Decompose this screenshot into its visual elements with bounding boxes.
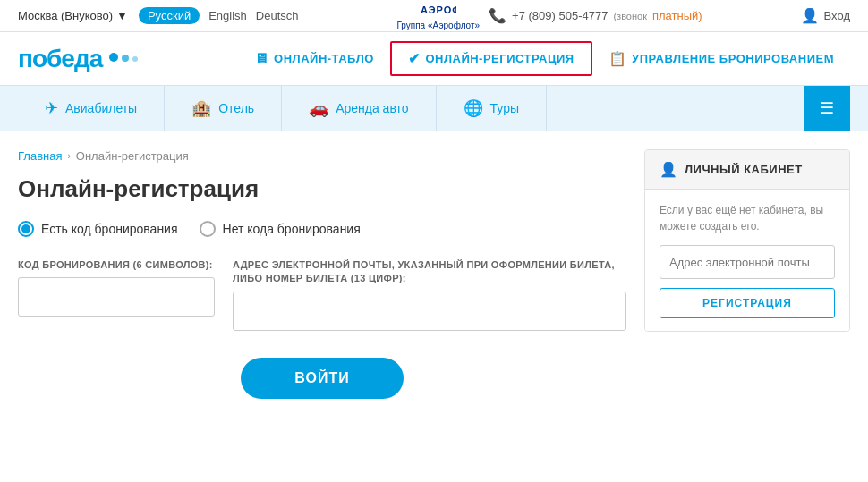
sidebar-card: 👤 ЛИЧНЫЙ КАБИНЕТ Если у вас ещё нет каби… [644, 149, 850, 332]
radio-group: Есть код бронирования Нет кода бронирова… [18, 221, 626, 237]
tours-icon: 🌐 [464, 98, 483, 118]
top-bar-center: АЭРОФЛОТ Группа «Аэрофлот» 📞 +7 (809) 50… [396, 1, 702, 30]
radio-without-label: Нет кода бронирования [223, 222, 361, 236]
top-bar: Москва (Внуково) ▼ Русский English Deuts… [0, 0, 868, 32]
nav-checkin-label: ОНЛАЙН-РЕГИСТРАЦИЯ [425, 52, 574, 65]
aeroflot-sub: Группа «Аэрофлот» [396, 21, 480, 30]
logo[interactable]: победа [18, 45, 138, 73]
breadcrumb: Главная › Онлайн-регистрация [18, 149, 626, 163]
booking-icon: 📋 [608, 50, 627, 67]
logo-text: победа [18, 45, 102, 73]
svg-text:АЭРОФЛОТ: АЭРОФЛОТ [421, 4, 456, 15]
login-button[interactable]: ВОЙТИ [241, 358, 403, 399]
header-nav: победа 🖥 ОНЛАЙН-ТАБЛО ✔ ОНЛАЙН-РЕГИСТРАЦ… [0, 32, 868, 86]
login-link[interactable]: 👤 Вход [801, 7, 850, 24]
radio-outer-without [200, 221, 216, 237]
phone-icon: 📞 [489, 7, 506, 24]
logo-dot-2 [122, 55, 129, 62]
email-input[interactable] [233, 292, 626, 331]
lang-russian[interactable]: Русский [139, 7, 200, 24]
page-title: Онлайн-регистрация [18, 175, 626, 203]
monitor-icon: 🖥 [254, 51, 269, 67]
breadcrumb-current: Онлайн-регистрация [76, 149, 189, 163]
sidebar: 👤 ЛИЧНЫЙ КАБИНЕТ Если у вас ещё нет каби… [644, 149, 850, 399]
phone-note: (звонок [613, 11, 647, 21]
flights-icon: ✈ [45, 98, 58, 118]
phone-section: 📞 +7 (809) 505-4777 (звонок платный) [489, 7, 702, 24]
breadcrumb-arrow: › [67, 151, 70, 161]
booking-code-input[interactable] [18, 277, 215, 317]
car-icon: 🚗 [309, 98, 328, 118]
lang-english[interactable]: English [208, 9, 247, 22]
hotel-icon: 🏨 [191, 98, 211, 118]
booking-code-group: КОД БРОНИРОВАНИЯ (6 СИМВОЛОВ): [18, 258, 215, 317]
form-row: КОД БРОНИРОВАНИЯ (6 СИМВОЛОВ): АДРЕС ЭЛЕ… [18, 258, 626, 331]
menu-icon: ☰ [820, 99, 834, 117]
menu-button[interactable]: ☰ [804, 86, 850, 131]
radio-outer-with [18, 221, 34, 237]
sidebar-card-header: 👤 ЛИЧНЫЙ КАБИНЕТ [645, 150, 849, 190]
nav-booking-label: УПРАВЛЕНИЕ БРОНИРОВАНИЕМ [632, 52, 834, 65]
radio-with-booking[interactable]: Есть код бронирования [18, 221, 178, 237]
tab-tours[interactable]: 🌐 Туры [437, 86, 547, 131]
radio-inner-with [21, 224, 30, 233]
city-arrow: ▼ [116, 9, 128, 22]
sidebar-register-button[interactable]: РЕГИСТРАЦИЯ [660, 288, 835, 318]
top-bar-left: Москва (Внуково) ▼ Русский English Deuts… [18, 7, 299, 24]
phone-link[interactable]: платный) [652, 9, 702, 22]
email-label: АДРЕС ЭЛЕКТРОННОЙ ПОЧТЫ, УКАЗАННЫЙ ПРИ О… [233, 258, 626, 286]
nav-board-link[interactable]: 🖥 ОНЛАЙН-ТАБЛО [238, 44, 390, 74]
tab-hotel-label: Отель [218, 101, 254, 115]
booking-code-label: КОД БРОНИРОВАНИЯ (6 СИМВОЛОВ): [18, 258, 215, 272]
nav-board-label: ОНЛАЙН-ТАБЛО [274, 52, 374, 65]
phone-number: +7 (809) 505-4777 [512, 9, 608, 22]
city-selector[interactable]: Москва (Внуково) ▼ [18, 9, 128, 22]
sidebar-email-input[interactable] [660, 245, 835, 279]
city-name: Москва (Внуково) [18, 9, 113, 22]
aeroflot-icon: АЭРОФЛОТ [421, 1, 456, 21]
tab-car-label: Аренда авто [336, 101, 408, 115]
sidebar-card-body: Если у вас ещё нет кабинета, вы можете с… [645, 190, 849, 331]
tab-hotel[interactable]: 🏨 Отель [165, 86, 282, 131]
nav-booking-link[interactable]: 📋 УПРАВЛЕНИЕ БРОНИРОВАНИЕМ [592, 43, 850, 74]
logo-dot-3 [132, 56, 138, 62]
radio-without-booking[interactable]: Нет кода бронирования [200, 221, 361, 237]
tab-car[interactable]: 🚗 Аренда авто [282, 86, 436, 131]
tab-flights-label: Авиабилеты [65, 101, 137, 115]
header-links: 🖥 ОНЛАЙН-ТАБЛО ✔ ОНЛАЙН-РЕГИСТРАЦИЯ 📋 УП… [238, 41, 850, 76]
login-text: Вход [824, 9, 850, 22]
tab-tours-label: Туры [490, 101, 519, 115]
user-icon: 👤 [801, 7, 819, 24]
tab-flights[interactable]: ✈ Авиабилеты [18, 86, 165, 131]
language-selector: Русский English Deutsch [139, 7, 299, 24]
aeroflot-logo: АЭРОФЛОТ Группа «Аэрофлот» [396, 1, 480, 30]
email-group: АДРЕС ЭЛЕКТРОННОЙ ПОЧТЫ, УКАЗАННЫЙ ПРИ О… [233, 258, 626, 331]
logo-dots [109, 53, 138, 62]
content-wrapper: Главная › Онлайн-регистрация Онлайн-реги… [0, 131, 868, 435]
main-nav: ✈ Авиабилеты 🏨 Отель 🚗 Аренда авто 🌐 Тур… [0, 86, 868, 131]
nav-checkin-link[interactable]: ✔ ОНЛАЙН-РЕГИСТРАЦИЯ [390, 41, 592, 76]
sidebar-desc: Если у вас ещё нет кабинета, вы можете с… [660, 202, 835, 234]
sidebar-header-text: ЛИЧНЫЙ КАБИНЕТ [685, 163, 803, 176]
login-btn-wrap: ВОЙТИ [18, 358, 626, 399]
lang-deutsch[interactable]: Deutsch [256, 9, 299, 22]
sidebar-user-icon: 👤 [660, 161, 677, 178]
radio-with-label: Есть код бронирования [41, 222, 178, 236]
breadcrumb-home[interactable]: Главная [18, 149, 62, 163]
main-content: Главная › Онлайн-регистрация Онлайн-реги… [18, 149, 626, 399]
logo-dot-1 [109, 53, 118, 62]
checkin-icon: ✔ [408, 50, 421, 67]
